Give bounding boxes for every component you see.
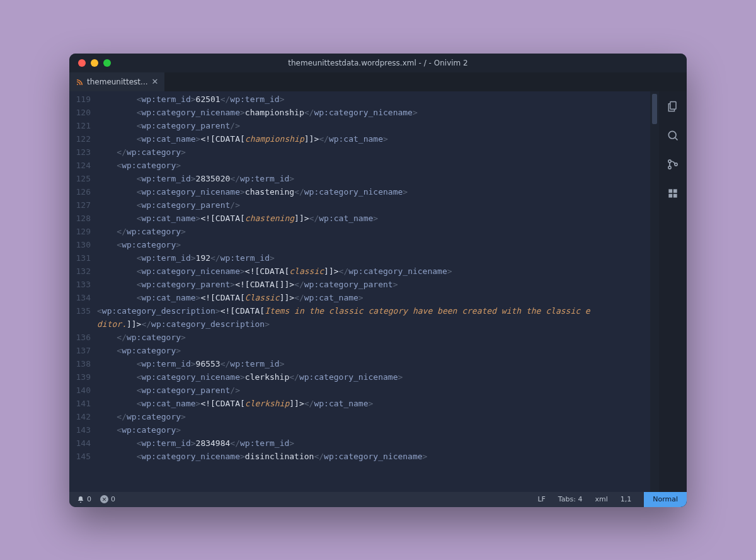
indent-indicator[interactable]: Tabs: 4 — [558, 495, 583, 503]
bell-icon — [77, 496, 84, 503]
svg-rect-5 — [668, 189, 672, 193]
activity-bar — [659, 91, 687, 492]
svg-point-2 — [668, 159, 671, 162]
rss-icon — [76, 78, 83, 86]
extensions-icon[interactable] — [667, 187, 679, 202]
svg-rect-6 — [673, 189, 677, 193]
notifications-count: 0 — [87, 495, 91, 503]
window-title: themeunittestdata.wordpress.xml - / - On… — [69, 59, 687, 67]
errors-indicator[interactable]: ✕ 0 — [100, 495, 115, 503]
cursor-position[interactable]: 1,1 — [621, 495, 632, 503]
svg-rect-0 — [670, 101, 676, 109]
editor-tab[interactable]: themeunittest... ✕ — [69, 72, 165, 91]
svg-rect-7 — [668, 193, 672, 197]
tab-label: themeunittest... — [87, 77, 148, 86]
minimap-scrollbar[interactable] — [650, 91, 659, 492]
tab-close-icon[interactable]: ✕ — [152, 77, 159, 86]
traffic-lights — [69, 59, 111, 67]
error-icon: ✕ — [100, 495, 108, 503]
eol-indicator[interactable]: LF — [537, 495, 545, 503]
titlebar: themeunittestdata.wordpress.xml - / - On… — [69, 54, 687, 72]
minimize-window-button[interactable] — [91, 59, 98, 67]
status-bar: 0 ✕ 0 LF Tabs: 4 xml 1,1 Normal — [69, 492, 687, 507]
maximize-window-button[interactable] — [103, 59, 111, 67]
files-icon[interactable] — [667, 100, 679, 115]
errors-count: 0 — [111, 495, 115, 503]
svg-point-3 — [668, 166, 671, 168]
editor-area[interactable]: 1191201211221231241251261271281291301311… — [69, 91, 659, 492]
line-number-gutter: 1191201211221231241251261271281291301311… — [69, 91, 97, 492]
svg-point-1 — [668, 131, 676, 139]
app-window: themeunittestdata.wordpress.xml - / - On… — [69, 54, 687, 507]
tab-bar: themeunittest... ✕ — [69, 72, 687, 91]
code-content[interactable]: <wp:term_id>62501</wp:term_id> <wp:categ… — [97, 91, 650, 492]
scrollbar-thumb[interactable] — [652, 94, 657, 124]
language-indicator[interactable]: xml — [595, 495, 607, 503]
svg-rect-8 — [673, 193, 677, 197]
search-icon[interactable] — [667, 129, 679, 144]
editor-body: 1191201211221231241251261271281291301311… — [69, 91, 687, 492]
close-window-button[interactable] — [78, 59, 86, 67]
git-icon[interactable] — [667, 158, 679, 173]
notifications-indicator[interactable]: 0 — [77, 495, 91, 503]
vim-mode-indicator: Normal — [644, 492, 687, 507]
